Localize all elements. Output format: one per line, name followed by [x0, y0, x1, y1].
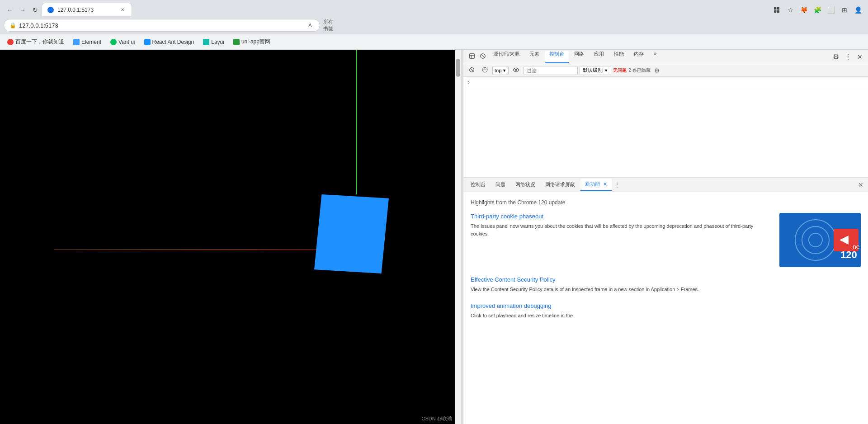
feature-cookies-video[interactable]: 120 ne [779, 213, 861, 267]
3d-cube [314, 194, 389, 273]
console-hidden-count: 2 条已隐藏 [628, 67, 650, 74]
feature-item-csp: Effective Content Security Policy View t… [471, 276, 861, 293]
top-frame-label: top [495, 68, 501, 73]
feature-cookies-text: Third-party cookie phaseout The Issues p… [471, 213, 767, 267]
whats-new-panel: 控制台 问题 网络状况 网络请求屏蔽 新功能 ✕ ⋮ ✕ Highlights … [463, 178, 868, 424]
forward-button[interactable]: → [16, 4, 29, 16]
tab-close-button[interactable]: ✕ [119, 6, 126, 14]
console-content-area [463, 87, 868, 178]
top-frame-selector[interactable]: top ▼ [492, 66, 509, 75]
svg-text:ne: ne [853, 243, 860, 250]
devtools-more-button[interactable]: ⋮ [843, 52, 854, 61]
webpage-scrollbar[interactable] [455, 50, 461, 424]
3d-scene [0, 50, 461, 424]
browser-toolbar-icons: ☆ 🦊 🧩 ⬜ ⊞ 👤 [770, 4, 864, 16]
devtools-toolbar: 源代码/来源 元素 控制台 网络 应用 性能 内存 » ⚙ ⋮ ✕ [463, 50, 868, 64]
bookmark-layui-label: Layui [211, 39, 224, 45]
fox-icon-button[interactable]: 🦊 [797, 4, 810, 16]
devtools-tab-elements[interactable]: 元素 [525, 51, 544, 63]
svg-rect-1 [777, 7, 779, 9]
console-ban-button[interactable] [466, 66, 477, 75]
split-button[interactable]: ⊞ [838, 4, 851, 16]
browser-chrome: ← → ↻ 127.0.0.1:5173 ✕ ☆ 🦊 🧩 ⬜ ⊞ 👤 🔒 127… [0, 0, 868, 50]
tab-title: 127.0.0.1:5173 [57, 7, 115, 13]
bookmark-button[interactable]: ☆ [784, 4, 797, 16]
console-expand-row: › [463, 77, 868, 87]
feature-cookies-title[interactable]: Third-party cookie phaseout [471, 213, 767, 220]
devtools-tab-network[interactable]: 网络 [570, 51, 589, 63]
console-level-arrow: ▼ [604, 68, 608, 73]
profile-button[interactable]: 👤 [852, 4, 864, 16]
whats-new-tab-network-conditions[interactable]: 网络状况 [511, 179, 540, 191]
bookmark-element-label: Element [81, 39, 101, 45]
devtools-ban-button[interactable] [478, 52, 488, 61]
feature-item-cookies: Third-party cookie phaseout The Issues p… [471, 213, 861, 267]
feature-csp-desc: View the Content Security Policy details… [471, 286, 861, 293]
bookmark-layui[interactable]: Layui [199, 37, 228, 47]
all-bookmarks-button[interactable]: 所有书签 [322, 19, 335, 32]
console-expand-arrow[interactable]: › [466, 78, 472, 86]
devtools-tab-application[interactable]: 应用 [590, 51, 609, 63]
browser-tab[interactable]: 127.0.0.1:5173 ✕ [42, 3, 132, 16]
devtools-tab-more[interactable]: » [649, 51, 661, 63]
feature-cookies-row: Third-party cookie phaseout The Issues p… [471, 213, 861, 267]
baidu-favicon [7, 39, 14, 45]
csdn-watermark: CSDN @联瑞 [422, 415, 452, 422]
devtools-tab-sources[interactable]: 源代码/来源 [489, 51, 524, 63]
devtools-settings-button[interactable]: ⚙ [831, 52, 841, 61]
bookmark-react-ant[interactable]: React Ant Design [141, 37, 198, 47]
whats-new-tab-close-icon[interactable]: ✕ [603, 181, 607, 187]
main-content: CSDN @联瑞 源代码/来源 元素 控制台 网络 应用 性能 内存 » ⚙ ⋮… [0, 50, 868, 424]
devtools-main-section: top ▼ 默认级别 ▼ 无问题 2 条已隐藏 [463, 64, 868, 424]
whats-new-tab-issues[interactable]: 问题 [491, 179, 510, 191]
bookmarks-bar: 百度一下，你就知道 Element Vant ui React Ant Desi… [0, 34, 868, 50]
media-button[interactable]: ⬜ [825, 4, 837, 16]
address-icons: A [306, 21, 314, 29]
address-bar[interactable]: 🔒 127.0.0.1:5173 A [4, 19, 320, 32]
whats-new-content: Highlights from the Chrome 120 update Th… [463, 192, 868, 424]
whats-new-tab-new-features-label: 新功能 [585, 181, 600, 187]
layui-favicon [203, 39, 209, 45]
console-eye-button[interactable] [510, 66, 522, 75]
devtools-tab-performance[interactable]: 性能 [609, 51, 628, 63]
element-favicon [73, 39, 80, 45]
console-settings-button[interactable]: ⚙ [652, 66, 662, 75]
top-frame-dropdown-icon: ▼ [502, 68, 506, 73]
bookmark-element[interactable]: Element [70, 37, 105, 47]
reload-button[interactable]: ↻ [29, 4, 42, 16]
whats-new-tab-new-features[interactable]: 新功能 ✕ [580, 179, 612, 191]
feature-item-animation: Improved animation debugging Click to se… [471, 302, 861, 320]
extensions2-button[interactable]: 🧩 [811, 4, 824, 16]
address-row: 🔒 127.0.0.1:5173 A 所有书签 [0, 16, 868, 34]
whats-new-more-button[interactable]: ⋮ [613, 180, 622, 189]
svg-rect-3 [777, 10, 779, 13]
whats-new-tab-network-block[interactable]: 网络请求屏蔽 [541, 179, 580, 191]
back-button[interactable]: ← [4, 4, 16, 16]
svg-rect-4 [470, 54, 475, 59]
translate-icon[interactable]: A [306, 21, 314, 29]
devtools-inspect-button[interactable] [467, 52, 477, 61]
bookmark-uniapp[interactable]: uni-app官网 [230, 37, 274, 47]
console-level-button[interactable]: 默认级别 ▼ [580, 66, 611, 75]
svg-line-8 [470, 68, 474, 72]
console-clear-button[interactable] [479, 66, 491, 75]
whats-new-tab-console[interactable]: 控制台 [466, 179, 490, 191]
bookmark-vant[interactable]: Vant ui [107, 37, 138, 47]
secure-icon: 🔒 [9, 22, 16, 28]
whats-new-close-button[interactable]: ✕ [856, 180, 865, 189]
svg-rect-2 [774, 10, 776, 13]
feature-csp-title[interactable]: Effective Content Security Policy [471, 276, 861, 283]
extensions-button[interactable] [770, 4, 783, 16]
devtools-tab-memory[interactable]: 内存 [629, 51, 648, 63]
devtools-tab-console[interactable]: 控制台 [545, 51, 569, 63]
console-filter-input[interactable] [524, 66, 578, 75]
bookmark-baidu[interactable]: 百度一下，你就知道 [4, 37, 68, 47]
bookmark-baidu-label: 百度一下，你就知道 [15, 38, 64, 46]
bookmark-vant-label: Vant ui [118, 39, 135, 45]
devtools-close-button[interactable]: ✕ [855, 52, 864, 61]
feature-animation-title[interactable]: Improved animation debugging [471, 302, 861, 309]
bookmark-react-ant-label: React Ant Design [152, 39, 194, 45]
scrollbar-thumb[interactable] [456, 59, 460, 77]
console-toolbar: top ▼ 默认级别 ▼ 无问题 2 条已隐藏 [463, 64, 868, 77]
vant-favicon [110, 39, 117, 45]
